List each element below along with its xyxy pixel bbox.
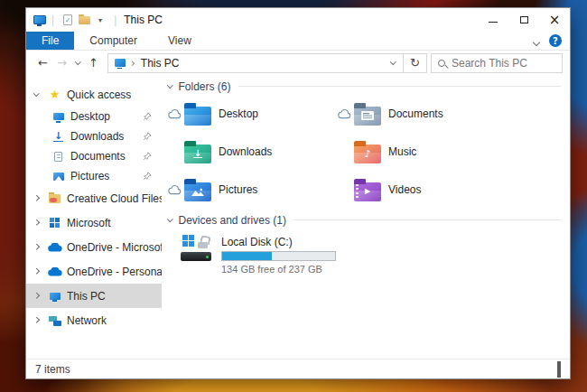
sidebar-item-documents[interactable]: Documents [26,146,162,166]
address-dropdown-button[interactable] [383,54,404,72]
back-button[interactable]: ← [33,56,52,70]
forward-button[interactable]: → [52,56,71,70]
sidebar-item-label: Downloads [70,130,124,143]
minimize-icon [489,22,498,23]
cloud-status-icon [168,109,182,119]
tab-computer[interactable]: Computer [74,32,153,50]
search-icon [438,60,445,67]
window-title: This PC [124,14,163,26]
folder-tile-music[interactable]: ♪ Music [338,133,508,171]
ribbon-tab-bar: File Computer View ? [26,32,570,51]
folder-tile-downloads[interactable]: ↓ Downloads [168,133,338,171]
drive-free-space: 134 GB free of 237 GB [221,264,336,275]
devices-group-header[interactable]: Devices and drives (1) [168,213,561,227]
downloads-folder-icon: ↓ [184,145,211,163]
sidebar-item-quick-access[interactable]: ★ Quick access [26,82,162,107]
minimize-button[interactable] [478,8,508,32]
address-bar[interactable]: › This PC ↻ [107,53,427,73]
drive-name: Local Disk (C:) [221,236,336,248]
sidebar-item-label: This PC [67,290,106,303]
sidebar-item-label: OneDrive - Microsoft [67,241,162,254]
sidebar-item-network[interactable]: Network [26,308,162,332]
recent-locations-button[interactable] [71,61,84,64]
drive-usage-fill [222,252,272,260]
close-button[interactable]: × [539,8,570,32]
desktop-wallpaper: { "window": { "title": "This PC" }, "rib… [0,0,587,392]
sidebar-item-pictures[interactable]: Pictures [26,166,162,186]
file-explorer-window: | ✓ ▾ | This PC × File Computer View ? ←… [25,7,571,379]
desktop-icon [53,113,64,120]
breadcrumb[interactable]: › This PC [108,54,383,72]
chevron-down-icon [33,90,39,96]
help-button[interactable]: ? [549,34,562,47]
sidebar-item-microsoft[interactable]: Microsoft [26,210,162,235]
sidebar-item-label: Network [67,314,107,327]
sidebar-item-label: Documents [70,150,126,163]
properties-button[interactable]: ✓ [60,11,76,29]
drive-usage-bar [221,251,336,261]
refresh-button[interactable]: ↻ [403,54,426,72]
folder-tile-documents[interactable]: Documents [338,95,508,133]
sidebar-item-label: Creative Cloud Files [67,192,162,205]
sidebar-item-onedrive-personal[interactable]: OneDrive - Personal [26,259,162,284]
content-pane: Folders (6) Desktop Documents ↓ Down [162,75,570,359]
sidebar-item-downloads[interactable]: ↓ Downloads [26,126,162,146]
pictures-folder-icon [184,182,211,201]
folders-grid: Desktop Documents ↓ Downloads ♪ Music [168,95,561,209]
divider [294,219,561,220]
pin-icon [143,112,152,121]
divider: | [114,14,116,26]
folder-label: Documents [388,107,443,120]
chevron-right-icon [33,244,39,249]
star-icon: ★ [50,89,61,100]
onedrive-cloud-icon [48,267,62,276]
customize-toolbar-button[interactable]: ▾ [92,11,108,29]
sidebar-item-this-pc[interactable]: This PC [26,284,162,308]
sidebar-item-label: Pictures [70,170,109,182]
cloud-status-icon [168,185,182,195]
new-folder-button[interactable] [76,11,92,29]
breadcrumb-separator: › [131,57,135,70]
app-icon [33,15,46,24]
cloud-status-icon [338,109,351,119]
folder-label: Desktop [219,107,258,120]
group-header-label: Folders (6) [179,80,231,93]
this-pc-icon [50,293,61,300]
folder-tile-pictures[interactable]: Pictures [168,171,338,209]
desktop-folder-icon [184,107,211,126]
chevron-down-icon [533,39,540,46]
expand-ribbon-button[interactable] [534,33,539,49]
pin-icon [143,172,152,181]
folder-tile-desktop[interactable]: Desktop [168,95,338,133]
sidebar-item-creative-cloud-files[interactable]: Creative Cloud Files [26,186,162,210]
sidebar-item-desktop[interactable]: Desktop [26,107,162,126]
large-icons-view-icon [557,361,561,378]
maximize-button[interactable] [508,8,539,32]
up-button[interactable]: ↑ [84,56,103,70]
sidebar-item-onedrive-microsoft[interactable]: OneDrive - Microsoft [26,235,162,259]
navigation-bar: ← → ↑ › This PC ↻ [26,51,570,75]
tab-view[interactable]: View [153,32,207,50]
titlebar: | ✓ ▾ | This PC × [26,8,570,32]
tab-file[interactable]: File [26,32,74,50]
large-icons-view-button[interactable] [557,363,561,376]
search-input[interactable] [452,57,555,70]
chevron-right-icon [33,317,39,322]
sidebar-item-label: Desktop [70,110,110,123]
maximize-icon [520,16,528,23]
bitlocker-unlocked-icon [198,236,209,248]
folder-tile-videos[interactable]: ▶ Videos [338,171,508,209]
folders-group-header[interactable]: Folders (6) [168,79,561,93]
this-pc-icon [115,59,126,67]
group-header-label: Devices and drives (1) [179,214,286,227]
breadcrumb-location[interactable]: This PC [141,57,180,70]
caption-buttons: × [478,8,570,32]
chevron-right-icon [33,219,39,225]
search-box[interactable] [431,53,563,73]
document-icon [54,152,62,162]
items-count: 7 items [35,363,70,376]
chevron-down-icon [390,59,396,64]
drive-tile-local-disk-c[interactable]: Local Disk (C:) 134 GB free of 237 GB [181,235,561,275]
onedrive-cloud-icon [48,243,62,252]
chevron-right-icon [33,268,39,274]
